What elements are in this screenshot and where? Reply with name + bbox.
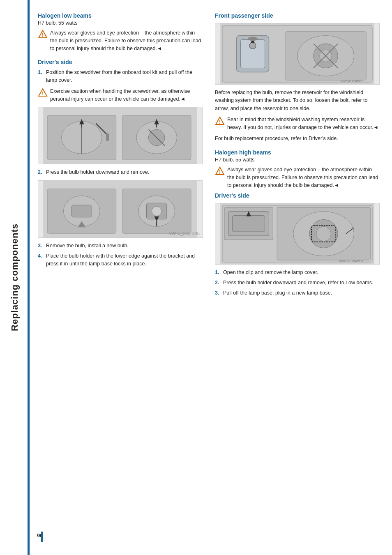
warning-text-2: Exercise caution when handling the screw… <box>50 88 203 103</box>
step-3-text: Remove the bulb, install a new bulb. <box>46 242 129 250</box>
highbeam-step-3: 3. Pull off the lamp base; plug in a new… <box>215 289 380 297</box>
diagram-2-label: VW-C_213-245 <box>168 231 200 236</box>
halogen-high-beams-section: Halogen high beams H7 bulb, 55 watts ! A… <box>215 149 380 297</box>
highbeam-drivers-side-title: Driver's side <box>215 192 380 199</box>
svg-point-33 <box>249 42 256 49</box>
passenger-body-text-2: For bulb replacement procedure, refer to… <box>215 135 380 143</box>
diagram-2: VW-C_213-245 <box>38 180 203 238</box>
front-passenger-section: Front passenger side <box>215 12 380 143</box>
right-column: Front passenger side <box>215 12 380 543</box>
svg-text:!: ! <box>42 91 44 97</box>
step-2-num: 2. <box>38 168 44 176</box>
warning-icon-passenger: ! <box>215 116 225 127</box>
sidebar-label: Replacing components <box>9 223 20 331</box>
highbeam-step-2-num: 2. <box>215 279 221 287</box>
halogen-high-beams-subtitle: H7 bulb, 55 watts <box>215 157 380 163</box>
svg-text:VWC-G12AWTS: VWC-G12AWTS <box>339 259 363 263</box>
svg-text:!: ! <box>42 32 44 38</box>
step-4: 4. Place the bulb holder with the lower … <box>38 252 203 268</box>
step-4-text: Place the bulb holder with the lower edg… <box>46 252 203 268</box>
warning-box-2: ! Exercise caution when handling the scr… <box>38 88 203 103</box>
step-3-num: 3. <box>38 242 44 250</box>
halogen-high-beams-title: Halogen high beams <box>215 149 380 156</box>
warning-box-highbeam: ! Always wear gloves and eye protection … <box>215 166 380 189</box>
svg-rect-10 <box>106 134 109 141</box>
highbeam-step-3-text: Pull off the lamp base; plug in a new la… <box>223 289 332 297</box>
warning-box-1: ! Always wear gloves and eye protection … <box>38 29 203 52</box>
warning-icon-1: ! <box>38 29 48 40</box>
highbeam-warning-text: Always wear gloves and eye protection – … <box>227 166 380 189</box>
highbeam-step-2: 2. Press the bulb holder downward and re… <box>215 279 380 287</box>
sidebar-bar <box>28 0 30 555</box>
passenger-body-text-1: Before replacing the bulb, remove the re… <box>215 89 380 113</box>
svg-point-57 <box>316 226 331 241</box>
highbeam-step-3-num: 3. <box>215 289 221 297</box>
warning-icon-2: ! <box>38 88 48 99</box>
step-1-text: Position the screwdriver from the onboar… <box>46 69 203 84</box>
halogen-low-beams-subtitle: H7 bulb, 55 watts <box>38 20 203 26</box>
drivers-side-section: Driver's side 1. Position the screwdrive… <box>38 59 203 267</box>
diagram-highbeam: VWC-G12AWTS <box>215 203 380 265</box>
svg-text:!: ! <box>219 169 221 175</box>
step-list-1: 1. Position the screwdriver from the onb… <box>38 69 203 84</box>
left-column: Halogen low beams H7 bulb, 55 watts ! Al… <box>38 12 203 543</box>
passenger-warning-text: Bear in mind that the windshield washing… <box>227 116 380 131</box>
step-list-3: 3. Remove the bulb, install a new bulb. … <box>38 242 203 267</box>
step-4-num: 4. <box>38 252 44 268</box>
page-bar <box>41 532 43 542</box>
highbeam-steps: 1. Open the clip and remove the lamp cov… <box>215 269 380 297</box>
halogen-low-beams-section: Halogen low beams H7 bulb, 55 watts ! Al… <box>38 12 203 267</box>
step-list-2: 2. Press the bulb holder downward and re… <box>38 168 203 176</box>
diagram-1 <box>38 107 203 164</box>
warning-box-passenger: ! Bear in mind that the windshield washi… <box>215 116 380 131</box>
svg-rect-51 <box>233 216 265 232</box>
svg-point-26 <box>152 206 161 216</box>
step-2-text: Press the bulb holder downward and remov… <box>46 168 150 176</box>
svg-point-35 <box>248 37 258 41</box>
highbeam-step-1-text: Open the clip and remove the lamp cover. <box>223 269 318 276</box>
step-2: 2. Press the bulb holder downward and re… <box>38 168 203 176</box>
svg-text:VWC-G12AWT: VWC-G12AWT <box>340 79 362 83</box>
step-1-num: 1. <box>38 69 44 84</box>
highbeam-step-1-num: 1. <box>215 269 221 276</box>
highbeam-step-2-text: Press the bulb holder downward and remov… <box>223 279 373 287</box>
drivers-side-title: Driver's side <box>38 59 203 65</box>
front-passenger-title: Front passenger side <box>215 12 380 19</box>
step-1: 1. Position the screwdriver from the onb… <box>38 69 203 84</box>
warning-text-1: Always wear gloves and eye protection – … <box>50 29 203 52</box>
highbeam-step-1: 1. Open the clip and remove the lamp cov… <box>215 269 380 276</box>
main-content: Halogen low beams H7 bulb, 55 watts ! Al… <box>30 0 392 555</box>
sidebar: Replacing components <box>0 0 30 555</box>
step-3: 3. Remove the bulb, install a new bulb. <box>38 242 203 250</box>
halogen-low-beams-title: Halogen low beams <box>38 12 203 19</box>
svg-rect-22 <box>71 205 92 217</box>
diagram-front-passenger: VWC-G12AWT <box>215 23 380 85</box>
warning-icon-highbeam: ! <box>215 166 225 177</box>
svg-text:!: ! <box>219 119 221 125</box>
